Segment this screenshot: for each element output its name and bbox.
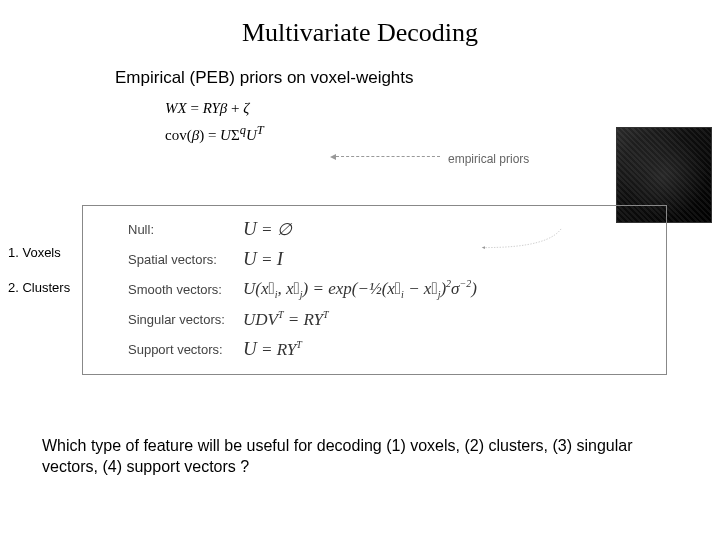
row-spatial-eq: U = I [243,248,283,270]
empirical-priors-label: empirical priors [448,152,529,166]
row-support-label: Support vectors: [128,342,243,357]
side-label-clusters: 2. Clusters [8,280,70,295]
page-title: Multivariate Decoding [0,18,720,48]
row-support-eq: U = RYT [243,338,302,360]
row-null-label: Null: [128,222,243,237]
row-null-eq: U = ∅ [243,218,292,240]
row-svd-label: Singular vectors: [128,312,243,327]
row-spatial-label: Spatial vectors: [128,252,243,267]
side-label-voxels: 1. Voxels [8,245,70,260]
priors-panel: Null: U = ∅ Spatial vectors: U = I Smoot… [82,205,667,375]
side-labels: 1. Voxels 2. Clusters [8,245,70,315]
eq-cov: cov(β) = UΣqUT [165,120,264,147]
question-text: Which type of feature will be useful for… [42,435,650,478]
arrow-priors-to-cov [336,156,440,158]
eq-wx: WX = RYβ + ζ [165,96,249,120]
row-smooth-label: Smooth vectors: [128,282,243,297]
row-smooth-eq: U(x⃗i, x⃗j) = exp(−½(x⃗i − x⃗j)2σ−2) [243,278,477,300]
row-svd-eq: UDVT = RYT [243,309,329,330]
subheading: Empirical (PEB) priors on voxel-weights [115,68,720,88]
